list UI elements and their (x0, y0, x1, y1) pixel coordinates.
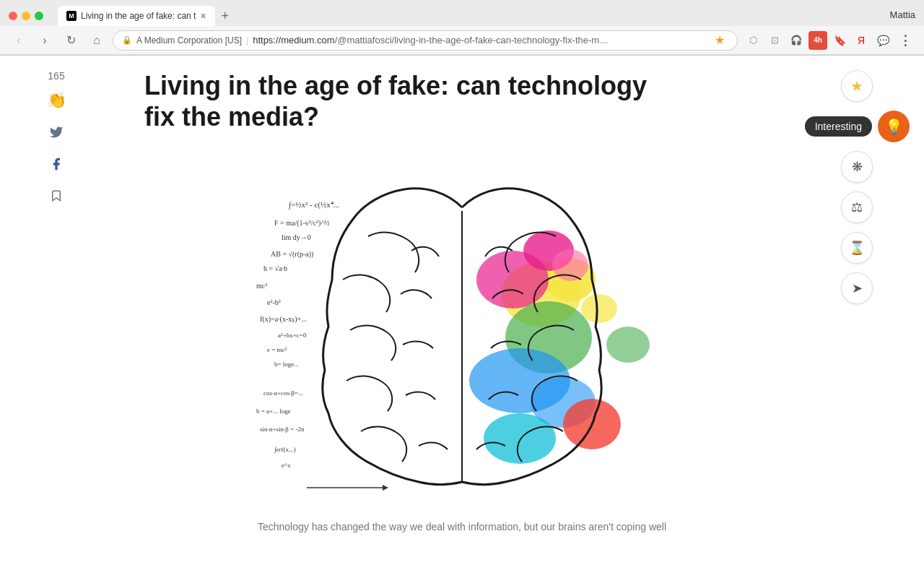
clap-button[interactable]: 👏 (43, 87, 69, 113)
ext-timer-button[interactable]: 4h (808, 31, 827, 50)
svg-text:h = √a·b: h = √a·b (263, 264, 287, 272)
home-button[interactable]: ⌂ (87, 30, 107, 51)
lightbulb-icon: 💡 (885, 118, 903, 135)
ext-lightning-button[interactable]: ⬡ (744, 31, 762, 50)
svg-text:e²-b²: e²-b² (267, 298, 281, 306)
svg-text:b= loge...: b= loge... (274, 361, 299, 368)
right-sidebar: ★ Interesting 💡 ❋ ⚖ ⌛ ➤ (805, 70, 910, 304)
facebook-icon (49, 157, 64, 171)
browser-chrome: M Living in the age of fake: can t × + M… (0, 0, 924, 56)
lightbulb-button[interactable]: 💡 (878, 111, 910, 142)
interesting-row: Interesting 💡 (805, 111, 910, 142)
article-title: Living in the age of fake: can technolog… (144, 70, 650, 132)
security-icon: 🔒 (122, 35, 132, 45)
flower-icon: ❋ (852, 159, 863, 175)
hourglass-icon: ⌛ (849, 240, 865, 256)
ext-headphones-button[interactable]: 🎧 (787, 31, 806, 50)
flower-button[interactable]: ❋ (841, 151, 873, 183)
interesting-button[interactable]: Interesting (805, 116, 872, 137)
share-icon: ➤ (852, 280, 863, 296)
star-button[interactable]: ★ (841, 70, 873, 102)
active-tab[interactable]: M Living in the age of fake: can t × (58, 6, 215, 26)
brain-svg: ∫=½x² - c(½x⁴... F = ma/(1-v²/c²)^½ lim … (144, 150, 780, 511)
title-bar: M Living in the age of fake: can t × + M… (0, 0, 924, 26)
svg-point-22 (606, 327, 650, 363)
hourglass-button[interactable]: ⌛ (841, 232, 873, 264)
extension-area: ⬡ ⊡ 🎧 4h 🔖 Я 💬 ⋮ (744, 30, 915, 51)
left-sidebar: 165 👏 (43, 70, 69, 209)
svg-text:∫=½x² - c(½x⁴...: ∫=½x² - c(½x⁴... (288, 200, 339, 210)
refresh-button[interactable]: ↻ (61, 30, 81, 51)
share-button[interactable]: ➤ (841, 272, 873, 304)
tab-title: Living in the age of fake: can t (81, 11, 196, 21)
tab-bar: M Living in the age of fake: can t × + (58, 6, 890, 26)
site-info: A Medium Corporation [US] (136, 35, 242, 46)
scale-icon: ⚖ (851, 199, 863, 215)
scale-button[interactable]: ⚖ (841, 191, 873, 223)
address-separator: | (246, 35, 248, 46)
article-area: Living in the age of fake: can technolog… (0, 56, 924, 578)
svg-text:a²+bx+c=0: a²+bx+c=0 (278, 332, 307, 339)
svg-text:∫erf(x...): ∫erf(x...) (274, 446, 296, 454)
save-button[interactable] (43, 183, 69, 209)
page-content: 165 👏 Living in the age of fake: can tec… (0, 56, 924, 578)
ext-yandex-button[interactable]: Я (852, 31, 871, 50)
maximize-window-button[interactable] (35, 12, 43, 20)
svg-text:lim dy→0: lim dy→0 (282, 233, 311, 241)
user-label: Mattia (890, 9, 915, 23)
back-button[interactable]: ‹ (9, 30, 29, 51)
svg-text:cos·α+cos·β=...: cos·α+cos·β=... (263, 389, 303, 397)
article-image: ∫=½x² - c(½x⁴... F = ma/(1-v²/c²)^½ lim … (144, 150, 780, 511)
svg-text:F = ma/(1-v²/c²)^½: F = ma/(1-v²/c²)^½ (274, 219, 330, 228)
svg-text:mc²: mc² (256, 282, 267, 290)
svg-text:sin·α+sin·β = -2n: sin·α+sin·β = -2n (260, 426, 305, 433)
more-options-button[interactable]: ⋮ (895, 30, 915, 51)
ext-cast-button[interactable]: ⊡ (765, 31, 784, 50)
window-controls (9, 12, 43, 20)
clap-count: 165 (48, 70, 64, 82)
svg-text:AB = √(r(p-a)): AB = √(r(p-a)) (271, 250, 313, 259)
svg-point-19 (581, 294, 617, 323)
bookmark-icon (50, 188, 63, 204)
star-icon: ★ (850, 77, 863, 95)
close-window-button[interactable] (9, 12, 17, 20)
twitter-share-button[interactable] (43, 119, 69, 145)
article-caption: Technology has changed the way we deal w… (144, 519, 780, 535)
forward-button[interactable]: › (35, 30, 55, 51)
svg-point-30 (484, 413, 556, 464)
twitter-icon (49, 125, 64, 139)
svg-text:b = a+... loge: b = a+... loge (256, 407, 291, 415)
svg-text:f(x)=a·(x-x₁)+...: f(x)=a·(x-x₁)+... (260, 315, 307, 324)
ext-bookmark-button[interactable]: 🔖 (830, 31, 849, 50)
bookmark-star-icon[interactable]: ★ (711, 32, 728, 49)
url-text: https://medium.com/@mattiafosci/living-i… (253, 35, 707, 46)
facebook-share-button[interactable] (43, 151, 69, 177)
ext-speech-button[interactable]: 💬 (873, 31, 892, 50)
tab-close-button[interactable]: × (200, 11, 206, 21)
new-tab-button[interactable]: + (215, 6, 235, 26)
nav-bar: ‹ › ↻ ⌂ 🔒 A Medium Corporation [US] | ht… (0, 26, 924, 55)
minimize-window-button[interactable] (22, 12, 30, 20)
address-bar[interactable]: 🔒 A Medium Corporation [US] | https://me… (113, 30, 738, 51)
svg-text:e^x: e^x (282, 462, 291, 469)
svg-text:e = mc²: e = mc² (267, 346, 287, 353)
tab-favicon: M (66, 11, 77, 21)
